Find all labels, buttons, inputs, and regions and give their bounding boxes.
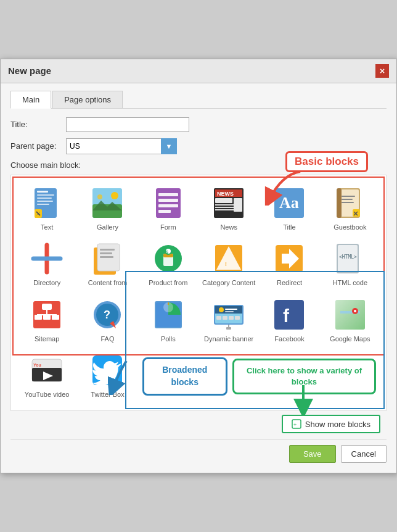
blocks-grid-container: Text Gallery (10, 175, 387, 411)
svg-rect-79 (235, 316, 240, 320)
dialog-body: Main Page options Title: Parent page: US… (1, 83, 396, 473)
svg-rect-26 (234, 198, 242, 212)
svg-rect-85 (335, 300, 365, 330)
block-polls[interactable]: Polls (139, 293, 198, 349)
block-form[interactable]: Form (139, 181, 198, 237)
svg-rect-77 (223, 316, 227, 320)
save-button[interactable]: Save (289, 445, 336, 463)
block-content-from-label: Content from (88, 278, 128, 287)
svg-point-13 (97, 194, 102, 199)
svg-rect-33 (342, 199, 353, 200)
block-polls-label: Polls (161, 335, 176, 343)
dynamic-banner-icon (213, 299, 245, 331)
show-more-row: + Show more blocks (10, 415, 387, 433)
svg-rect-62 (52, 315, 59, 320)
block-guestbook[interactable]: Guestbook (321, 181, 380, 237)
basic-blocks-arrow-icon (257, 168, 306, 206)
block-youtube[interactable]: You YouTube video (17, 349, 76, 404)
show-more-button[interactable]: + Show more blocks (282, 415, 380, 433)
parent-row: Parent page: US (10, 138, 387, 154)
block-news[interactable]: NEWS News (199, 181, 258, 237)
close-button[interactable]: × (375, 64, 389, 78)
block-gallery-label: Gallery (97, 223, 118, 231)
blocks-annotation-area: Broadened blocks Click here to show a va… (139, 349, 380, 404)
block-google-maps[interactable]: Google Maps (321, 293, 380, 349)
block-google-maps-label: Google Maps (330, 335, 370, 343)
block-facebook-label: Facebook (274, 335, 304, 343)
block-redirect[interactable]: Redirect (260, 237, 319, 293)
blocks-area: Basic blocks (10, 175, 387, 433)
block-product-from[interactable]: $ Product from (139, 237, 198, 293)
html-code-icon: <HTML> (334, 243, 366, 275)
parent-select[interactable]: US (66, 138, 177, 154)
block-faq[interactable]: ? FAQ (78, 293, 137, 349)
svg-rect-3 (37, 197, 52, 199)
svg-rect-25 (215, 209, 234, 210)
category-content-icon: ! (213, 243, 245, 275)
svg-text:NEWS: NEWS (217, 191, 234, 197)
block-news-label: News (220, 223, 237, 231)
svg-rect-74 (225, 309, 237, 310)
svg-rect-32 (342, 196, 355, 197)
youtube-icon: You (31, 354, 63, 386)
block-directory[interactable]: Directory (17, 237, 76, 293)
svg-text:!: ! (225, 261, 227, 267)
block-product-from-label: Product from (149, 278, 187, 287)
svg-rect-60 (35, 315, 42, 320)
guestbook-icon (334, 187, 366, 219)
tab-main[interactable]: Main (10, 91, 51, 109)
block-text[interactable]: Text (17, 181, 76, 237)
svg-rect-14 (156, 188, 181, 218)
block-directory-label: Directory (33, 278, 60, 287)
choose-block-label: Choose main block: (10, 160, 387, 170)
gallery-icon (91, 187, 123, 219)
text-icon (31, 187, 63, 219)
parent-label: Parent page: (10, 141, 66, 151)
form-icon (152, 187, 184, 219)
svg-rect-42 (100, 256, 113, 258)
svg-rect-34 (342, 202, 354, 203)
block-html-code[interactable]: <HTML> HTML code (321, 237, 380, 293)
svg-text:<HTML>: <HTML> (339, 254, 357, 260)
facebook-icon: f (273, 299, 305, 331)
dialog-title: New page (8, 65, 51, 76)
svg-rect-41 (100, 252, 112, 254)
svg-rect-16 (158, 199, 178, 202)
block-title-label: Title (283, 223, 295, 231)
google-maps-icon (334, 299, 366, 331)
svg-rect-82 (274, 300, 304, 330)
svg-rect-1 (37, 191, 48, 193)
svg-rect-31 (337, 188, 342, 218)
broadened-blocks-arrow-icon (108, 358, 145, 395)
svg-rect-40 (100, 249, 115, 251)
svg-rect-2 (37, 194, 54, 196)
block-content-from[interactable]: Content from (78, 237, 137, 293)
block-guestbook-label: Guestbook (334, 223, 366, 231)
svg-rect-4 (37, 201, 53, 202)
title-input[interactable] (66, 117, 189, 132)
annotations-row: Broadened blocks Click here to show a va… (139, 349, 380, 404)
svg-rect-75 (225, 311, 234, 312)
svg-point-11 (111, 192, 118, 199)
cancel-button[interactable]: Cancel (341, 445, 387, 463)
svg-text:You: You (33, 363, 41, 367)
block-text-label: Text (41, 223, 53, 231)
svg-rect-18 (158, 210, 171, 213)
broadened-blocks-label: Broadened blocks (142, 357, 227, 395)
svg-text:+: + (293, 422, 297, 428)
svg-text:f: f (283, 305, 290, 326)
svg-rect-17 (158, 204, 178, 207)
tab-page-options[interactable]: Page options (52, 91, 123, 108)
block-category-content[interactable]: ! Category Content (199, 237, 258, 293)
block-facebook[interactable]: f Facebook (260, 293, 319, 349)
content-from-icon (91, 243, 123, 275)
svg-rect-76 (216, 316, 221, 320)
block-sitemap[interactable]: Sitemap (17, 293, 76, 349)
block-gallery[interactable]: Gallery (78, 181, 137, 237)
block-dynamic-banner[interactable]: Dynamic banner (199, 293, 258, 349)
svg-rect-61 (43, 315, 51, 320)
redirect-icon (273, 243, 305, 275)
bottom-bar: Save Cancel (10, 439, 387, 463)
blocks-row-2: Directory Con (14, 237, 383, 293)
block-sitemap-label: Sitemap (35, 335, 59, 343)
